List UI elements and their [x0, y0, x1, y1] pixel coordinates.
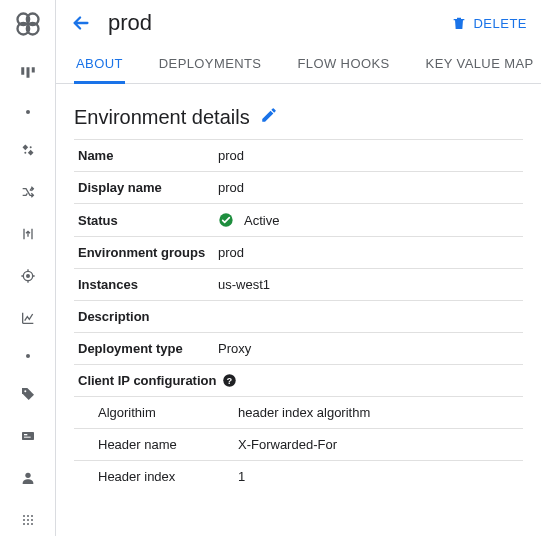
edit-icon[interactable]	[260, 106, 278, 129]
svg-point-26	[31, 523, 33, 525]
section-title: Environment details	[74, 106, 523, 129]
row-deployment-type: Deployment type Proxy	[74, 333, 523, 365]
nav-apps-icon[interactable]	[16, 508, 40, 532]
svg-point-19	[27, 515, 29, 517]
status-check-icon	[218, 212, 234, 228]
svg-rect-4	[21, 67, 24, 75]
nav-analytics-icon[interactable]	[16, 306, 40, 330]
content: Environment details Name prod Display na…	[56, 84, 541, 536]
tab-flow-hooks[interactable]: FLOW HOOKS	[295, 44, 391, 83]
client-ip-heading: Client IP configuration ?	[74, 364, 523, 396]
main-area: prod DELETE ABOUT DEPLOYMENTS FLOW HOOKS…	[56, 0, 541, 536]
label-header-index: Header index	[74, 461, 234, 493]
nav-publish-icon[interactable]	[16, 222, 40, 246]
svg-rect-15	[24, 434, 27, 435]
client-ip-heading-text: Client IP configuration	[78, 373, 216, 388]
nav-shuffle-icon[interactable]	[16, 180, 40, 204]
svg-point-22	[27, 519, 29, 521]
row-header-index: Header index 1	[74, 461, 523, 493]
svg-point-13	[24, 390, 26, 392]
details-table: Name prod Display name prod Status Acti	[74, 139, 523, 364]
row-description: Description	[74, 301, 523, 333]
svg-point-23	[31, 519, 33, 521]
value-header-index: 1	[234, 461, 523, 493]
svg-point-25	[27, 523, 29, 525]
row-display-name: Display name prod	[74, 172, 523, 204]
row-name: Name prod	[74, 140, 523, 172]
svg-point-21	[23, 519, 25, 521]
row-algorithm: Algorithim header index algorithm	[74, 397, 523, 429]
value-description	[214, 301, 523, 333]
tab-deployments[interactable]: DEPLOYMENTS	[157, 44, 264, 83]
delete-label: DELETE	[473, 16, 527, 31]
svg-point-10	[24, 152, 26, 154]
svg-point-24	[23, 523, 25, 525]
nav-target-icon[interactable]	[16, 264, 40, 288]
value-deployment-type: Proxy	[214, 333, 523, 365]
svg-rect-5	[26, 67, 29, 78]
value-status-cell: Active	[214, 204, 523, 237]
label-env-groups: Environment groups	[74, 237, 214, 269]
value-display-name: prod	[214, 172, 523, 204]
svg-rect-14	[22, 432, 34, 440]
svg-point-17	[25, 473, 30, 478]
label-name: Name	[74, 140, 214, 172]
delete-button[interactable]: DELETE	[451, 15, 527, 31]
nav-user-icon[interactable]	[16, 466, 40, 490]
client-ip-table: Algorithim header index algorithm Header…	[74, 396, 523, 492]
label-display-name: Display name	[74, 172, 214, 204]
label-header-name: Header name	[74, 429, 234, 461]
header: prod DELETE	[56, 0, 541, 44]
svg-point-18	[23, 515, 25, 517]
label-instances: Instances	[74, 269, 214, 301]
svg-rect-8	[27, 150, 33, 156]
nav-card-icon[interactable]	[16, 424, 40, 448]
label-status: Status	[74, 204, 214, 237]
section-title-text: Environment details	[74, 106, 250, 129]
value-status: Active	[244, 213, 279, 228]
value-instances: us-west1	[214, 269, 523, 301]
tab-key-value-map[interactable]: KEY VALUE MAP	[424, 44, 536, 83]
nav-tag-icon[interactable]	[16, 382, 40, 406]
trash-icon	[451, 15, 467, 31]
value-env-groups: prod	[214, 237, 523, 269]
help-icon[interactable]: ?	[222, 373, 237, 388]
sidebar: S	[0, 0, 56, 536]
nav-separator	[26, 110, 30, 114]
label-description: Description	[74, 301, 214, 333]
nav-diamond-icon[interactable]	[16, 138, 40, 162]
svg-rect-16	[24, 437, 31, 438]
page-title: prod	[108, 10, 152, 36]
label-algorithm: Algorithim	[74, 397, 234, 429]
row-header-name: Header name X-Forwarded-For	[74, 429, 523, 461]
svg-point-12	[26, 275, 29, 278]
svg-text:?: ?	[227, 376, 232, 386]
nav-dashboard-icon[interactable]	[16, 62, 40, 86]
tabs: ABOUT DEPLOYMENTS FLOW HOOKS KEY VALUE M…	[56, 44, 541, 84]
value-name: prod	[214, 140, 523, 172]
svg-point-20	[31, 515, 33, 517]
back-button[interactable]	[70, 12, 92, 34]
tab-about[interactable]: ABOUT	[74, 44, 125, 84]
value-header-name: X-Forwarded-For	[234, 429, 523, 461]
row-status: Status Active	[74, 204, 523, 237]
logo-icon	[14, 10, 42, 42]
label-deployment-type: Deployment type	[74, 333, 214, 365]
svg-rect-6	[31, 67, 34, 72]
value-algorithm: header index algorithm	[234, 397, 523, 429]
row-instances: Instances us-west1	[74, 269, 523, 301]
svg-point-9	[29, 146, 31, 148]
row-env-groups: Environment groups prod	[74, 237, 523, 269]
svg-rect-7	[22, 145, 28, 151]
nav-separator	[26, 354, 30, 358]
